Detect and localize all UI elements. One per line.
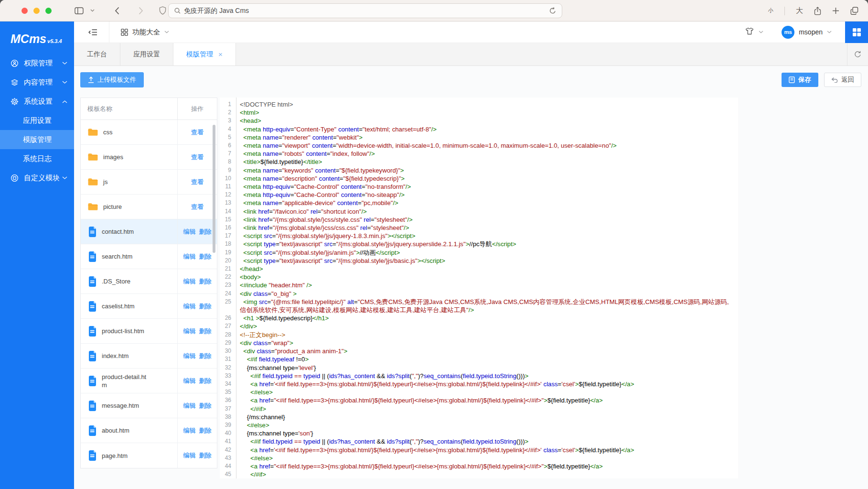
privacy-shield-icon[interactable]	[159, 6, 166, 15]
code-line: 7 <meta name="robots" content="index, fo…	[220, 150, 738, 158]
sidebar-item-permission[interactable]: 权限管理	[0, 54, 74, 73]
file-name: index.htm	[102, 352, 129, 360]
save-button[interactable]: 保存	[782, 73, 818, 87]
edit-link[interactable]: 编辑	[183, 228, 196, 236]
delete-link[interactable]: 删除	[199, 377, 212, 385]
tab-workbench[interactable]: 工作台	[74, 43, 120, 65]
delete-link[interactable]: 删除	[199, 228, 212, 236]
file-name: page.htm	[102, 452, 128, 460]
text-size-small-button[interactable]: 小	[768, 7, 773, 14]
code-editor[interactable]: 1<!DOCTYPE html>2<html>3<head>4 <meta ht…	[220, 98, 738, 478]
delete-link[interactable]: 删除	[199, 277, 212, 286]
table-scrollbar-thumb[interactable]	[213, 125, 215, 253]
browser-sidebar-icon[interactable]	[75, 7, 84, 14]
sidebar-item-content[interactable]: 内容管理	[0, 73, 74, 92]
code-line: 30 <div class="product_a anim anim-1">	[220, 347, 738, 355]
view-link[interactable]: 查看	[191, 128, 204, 137]
delete-link[interactable]: 删除	[199, 327, 212, 336]
share-icon[interactable]	[814, 7, 821, 15]
file-row-index.htm[interactable]: index.htm编辑删除	[81, 344, 217, 369]
edit-link[interactable]: 编辑	[183, 451, 196, 460]
app-logo: MCms v5.3.4	[0, 22, 74, 54]
file-row-product-list.htm[interactable]: product-list.htm编辑删除	[81, 319, 217, 344]
edit-link[interactable]: 编辑	[183, 377, 196, 385]
file-row-picture[interactable]: picture查看	[81, 195, 217, 219]
edit-link[interactable]: 编辑	[183, 327, 196, 336]
code-text: <#if field.typeid == typeid || (ids?has_…	[240, 372, 738, 380]
theme-dropdown[interactable]	[745, 27, 763, 37]
chevron-down-icon[interactable]	[90, 9, 95, 12]
delete-link[interactable]: 删除	[199, 252, 212, 261]
code-text: <#if field.typeid == typeid || (ids?has_…	[240, 437, 738, 446]
file-row-js[interactable]: js查看	[81, 170, 217, 195]
code-line: 12 <meta http-equiv="Cache-Control" cont…	[220, 191, 738, 199]
upload-template-button[interactable]: 上传模板文件	[80, 72, 144, 87]
line-number: 8	[220, 158, 236, 166]
app-root: MCms v5.3.4 权限管理内容管理系统设置应用设置模版管理系统日志自定义模…	[0, 22, 868, 489]
user-menu[interactable]: ms msopen	[782, 26, 832, 39]
edit-link[interactable]: 编辑	[183, 277, 196, 286]
tab-overview-icon[interactable]	[850, 7, 858, 15]
sidebar-item-system-settings[interactable]: 系统设置	[0, 92, 74, 111]
minimize-window-button[interactable]	[33, 8, 40, 14]
delete-link[interactable]: 删除	[199, 302, 212, 311]
reload-icon[interactable]	[549, 7, 556, 14]
menu-all-dropdown[interactable]: 功能大全	[121, 28, 169, 37]
view-link[interactable]: 查看	[191, 178, 204, 186]
code-line: 1<!DOCTYPE html>	[220, 100, 738, 109]
code-text: <div class="o_big" >	[240, 290, 738, 298]
tab-template-manage[interactable]: 模版管理×	[173, 43, 236, 65]
back-button[interactable]: 返回	[824, 73, 861, 87]
file-row-images[interactable]: images查看	[81, 145, 217, 170]
view-link[interactable]: 查看	[191, 153, 204, 162]
tab-app-settings[interactable]: 应用设置	[120, 43, 173, 65]
file-row-css[interactable]: css查看	[81, 120, 217, 145]
file-row-about.htm[interactable]: about.htm编辑删除	[81, 418, 217, 443]
file-row-message.htm[interactable]: message.htm编辑删除	[81, 393, 217, 418]
apps-grid-button[interactable]	[845, 22, 868, 43]
forward-icon[interactable]	[139, 7, 143, 15]
code-text: <a href='<#if field.type==3>{ms:global.h…	[240, 446, 738, 454]
sidebar-subitem-template-manage[interactable]: 模版管理	[0, 130, 74, 149]
view-link[interactable]: 查看	[191, 203, 204, 211]
zoom-window-button[interactable]	[45, 8, 52, 14]
sidebar-subitem-app-settings[interactable]: 应用设置	[0, 111, 74, 130]
edit-link[interactable]: 编辑	[183, 426, 196, 435]
folder-icon	[87, 128, 98, 137]
close-window-button[interactable]	[21, 8, 28, 14]
line-number: 1	[220, 100, 236, 109]
file-row-product-detail.htm[interactable]: product-detail.htm编辑删除	[81, 369, 217, 393]
file-row-search.htm[interactable]: search.htm编辑删除	[81, 244, 217, 269]
delete-link[interactable]: 删除	[199, 451, 212, 460]
sidebar-item-custom-module[interactable]: 自定义模块	[0, 168, 74, 187]
refresh-tab-icon[interactable]	[847, 43, 868, 65]
line-number: 34	[220, 380, 236, 388]
close-tab-icon[interactable]: ×	[218, 51, 223, 58]
edit-link[interactable]: 编辑	[183, 252, 196, 261]
address-bar[interactable]: 免疫开源的 Java Cms	[168, 3, 562, 18]
file-row-caselist.htm[interactable]: caselist.htm编辑删除	[81, 294, 217, 319]
code-line: 25 <img src="{@ms:file field.typelitpic/…	[220, 298, 738, 314]
new-tab-icon[interactable]	[832, 7, 839, 14]
sidebar-subitem-system-log[interactable]: 系统日志	[0, 149, 74, 168]
edit-link[interactable]: 编辑	[183, 402, 196, 410]
back-icon[interactable]	[115, 7, 119, 15]
file-icon	[87, 301, 97, 312]
file-icon	[87, 376, 97, 386]
delete-link[interactable]: 删除	[199, 426, 212, 435]
edit-link[interactable]: 编辑	[183, 352, 196, 360]
code-text: <script src="/{ms:global.style/}js/jquer…	[240, 232, 738, 240]
collapse-sidebar-icon[interactable]	[88, 29, 97, 36]
edit-link[interactable]: 编辑	[183, 302, 196, 311]
delete-link[interactable]: 删除	[199, 402, 212, 410]
module-icon	[11, 174, 19, 182]
line-number: 39	[220, 421, 236, 429]
file-row-.DS_Store[interactable]: .DS_Store编辑删除	[81, 269, 217, 294]
file-table-header: 模板名称 操作	[81, 98, 217, 120]
delete-link[interactable]: 删除	[199, 352, 212, 360]
file-row-page.htm[interactable]: page.htm编辑删除	[81, 443, 217, 468]
text-size-large-button[interactable]: 大	[796, 6, 803, 15]
file-row-contact.htm[interactable]: contact.htm编辑删除	[81, 219, 217, 244]
code-line: 20 <script type="text/javascript" src="/…	[220, 257, 738, 265]
file-icon	[87, 276, 97, 287]
